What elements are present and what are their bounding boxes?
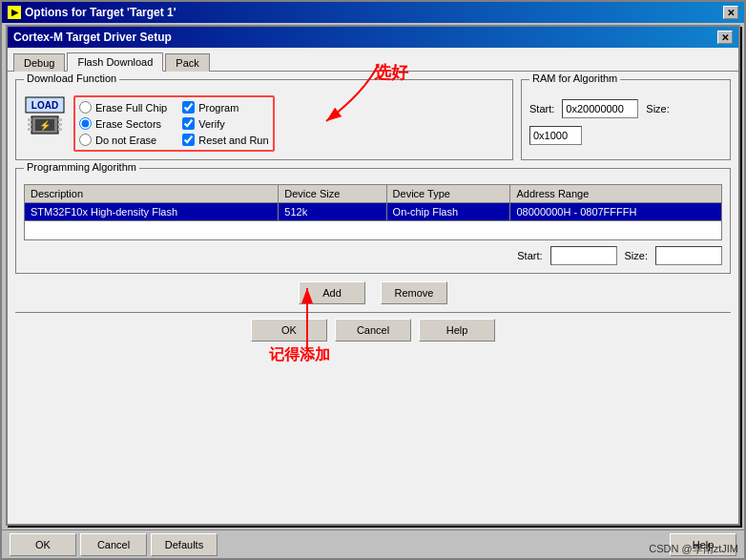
prog-table: Description Device Size Device Type Addr… [24, 184, 722, 240]
svg-text:LOAD: LOAD [31, 100, 58, 111]
prog-start-input[interactable] [550, 246, 617, 265]
erase-full-chip-radio[interactable] [79, 101, 92, 114]
erase-sectors-option[interactable]: Erase Sectors [79, 117, 167, 130]
outer-bottom-bar: OK Cancel Defaults Help [2, 529, 744, 558]
bottom-cancel-button[interactable]: Cancel [80, 533, 147, 556]
cell-device-type: On-chip Flash [386, 203, 510, 221]
cancel-button[interactable]: Cancel [335, 319, 411, 342]
reset-run-checkbox[interactable] [182, 134, 195, 146]
do-not-erase-option[interactable]: Do not Erase [79, 134, 167, 146]
radio-column: Erase Full Chip Erase Sectors Do not Era… [79, 101, 167, 146]
cell-address-range: 08000000H - 0807FFFFH [510, 203, 722, 221]
inner-close-button[interactable]: ✕ [717, 31, 733, 44]
verify-checkbox-label[interactable]: Verify [182, 117, 268, 130]
svg-rect-7 [58, 118, 62, 121]
help-button[interactable]: Help [419, 319, 495, 342]
col-device-type: Device Type [386, 185, 510, 203]
prog-size-label: Size: [625, 250, 648, 261]
erase-full-chip-option[interactable]: Erase Full Chip [79, 101, 167, 114]
download-function-group: Download Function LOAD [15, 79, 513, 160]
tab-debug[interactable]: Debug [13, 53, 65, 72]
content-area: Download Function LOAD [8, 72, 738, 511]
svg-rect-6 [28, 128, 31, 131]
ok-cancel-row: OK Cancel Help [15, 312, 731, 342]
svg-rect-5 [28, 123, 31, 126]
svg-rect-8 [58, 123, 62, 126]
prog-size-input[interactable] [655, 246, 722, 265]
download-function-inner: LOAD [24, 95, 505, 152]
outer-title-text: Options for Target 'Target 1' [25, 6, 176, 19]
verify-checkbox[interactable] [182, 117, 195, 130]
watermark: CSDN @季南ztJIM [649, 542, 738, 556]
app-icon: ▶ [8, 6, 21, 19]
outer-title-left: ▶ Options for Target 'Target 1' [8, 6, 176, 19]
ram-algorithm-title: RAM for Algorithm [529, 73, 620, 84]
add-remove-row: Add Remove [15, 281, 731, 304]
outer-window: ▶ Options for Target 'Target 1' ✕ Cortex… [0, 0, 746, 560]
do-not-erase-radio[interactable] [79, 134, 92, 146]
prog-start-label: Start: [517, 250, 542, 261]
prog-alg-title: Programming Algorithm [24, 161, 139, 173]
start-label: Start: [529, 103, 554, 114]
inner-window: Cortex-M Target Driver Setup ✕ Debug Fla… [6, 25, 740, 526]
col-device-size: Device Size [279, 185, 386, 203]
ram-algorithm-group: RAM for Algorithm Start: Size: [521, 79, 731, 160]
remove-button[interactable]: Remove [381, 281, 447, 304]
table-row[interactable]: STM32F10x High-density Flash 512k On-chi… [25, 203, 722, 221]
top-sections: Download Function LOAD [15, 79, 731, 160]
svg-text:⚡: ⚡ [39, 119, 52, 132]
tab-flash-download[interactable]: Flash Download [67, 52, 163, 72]
outer-titlebar: ▶ Options for Target 'Target 1' ✕ [2, 2, 744, 23]
size-label: Size: [646, 103, 669, 114]
erase-sectors-radio[interactable] [79, 117, 92, 130]
svg-rect-4 [28, 118, 31, 121]
load-icon: LOAD [24, 95, 66, 137]
start-size-row: Start: Size: [24, 246, 722, 265]
col-description: Description [25, 185, 279, 203]
bottom-defaults-button[interactable]: Defaults [151, 533, 218, 556]
bottom-btn-group: OK Cancel Defaults [10, 533, 218, 556]
inner-titlebar: Cortex-M Target Driver Setup ✕ [8, 27, 738, 48]
svg-rect-9 [58, 128, 62, 131]
start-input[interactable] [562, 99, 638, 118]
programming-algorithm-group: Programming Algorithm Description Device… [15, 168, 731, 274]
size-input[interactable] [529, 126, 582, 145]
col-address-range: Address Range [510, 185, 722, 203]
bottom-ok-button[interactable]: OK [10, 533, 76, 556]
reset-run-checkbox-label[interactable]: Reset and Run [182, 134, 268, 146]
download-function-title: Download Function [24, 73, 119, 84]
tab-bar: Debug Flash Download Pack [8, 48, 738, 72]
options-highlight-box: Erase Full Chip Erase Sectors Do not Era… [73, 95, 275, 152]
checkbox-column: Program Verify Reset and Run [182, 101, 268, 146]
load-svg: LOAD [24, 95, 66, 137]
program-checkbox-label[interactable]: Program [182, 101, 268, 114]
add-button[interactable]: Add [299, 281, 365, 304]
ram-row: Start: Size: [529, 99, 722, 145]
outer-close-button[interactable]: ✕ [723, 6, 738, 19]
table-empty-row [25, 221, 722, 240]
program-checkbox[interactable] [182, 101, 195, 114]
cell-device-size: 512k [279, 203, 386, 221]
tab-pack[interactable]: Pack [165, 53, 209, 72]
cell-description: STM32F10x High-density Flash [25, 203, 279, 221]
ok-button[interactable]: OK [251, 319, 327, 342]
inner-title-text: Cortex-M Target Driver Setup [13, 31, 172, 44]
